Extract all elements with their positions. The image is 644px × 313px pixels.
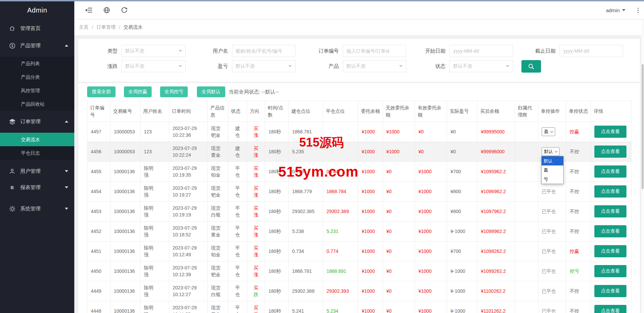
filter-select-updown[interactable]: 默认不选 <box>122 60 186 72</box>
view-detail-button[interactable]: 点击查看 <box>594 126 626 138</box>
cell-profit: ¥-1000 <box>447 281 478 301</box>
filter-select-status[interactable]: 默认不选 <box>449 60 513 72</box>
view-detail-button[interactable]: 点击查看 <box>594 245 626 257</box>
cell-agent <box>515 202 538 221</box>
cell-open: 1868.781 <box>289 261 323 281</box>
chevron-down-icon <box>179 50 182 52</box>
sidebar-item-product-list[interactable]: 产品列表 <box>0 57 74 70</box>
sidebar-item-close-log[interactable]: 平仓日志 <box>0 146 74 160</box>
cell-time: 2023-07-29 10:22:24 <box>169 142 208 162</box>
collapse-sidebar-icon[interactable] <box>85 7 93 13</box>
cell-period: 180秒 <box>265 301 289 313</box>
filter-select-profit[interactable]: 默认不选 <box>232 60 295 72</box>
cell-detail: 点击查看 <box>591 162 632 182</box>
cell-id: 4451 <box>87 241 110 261</box>
breadcrumb-orders[interactable]: 订单管理 <box>97 24 115 30</box>
global-win-button[interactable]: 全局控赢 <box>124 86 152 97</box>
popup-option[interactable]: 盈 <box>542 165 563 175</box>
view-detail-button[interactable]: 点击查看 <box>594 165 626 178</box>
cell-name: 陈明 强 <box>140 162 169 182</box>
cell-invalid: ¥0 <box>383 202 415 221</box>
cell-entrust: ¥1000 <box>358 162 383 182</box>
cell-close: 29302.393 <box>323 281 358 301</box>
cell-invalid: ¥1000 <box>383 142 415 162</box>
popup-option[interactable]: 默认 <box>542 156 563 165</box>
filter-input-order-no[interactable] <box>343 45 406 57</box>
row-control-select[interactable]: 默认 <box>542 147 560 156</box>
cell-entrust: ¥1000 <box>358 142 383 162</box>
view-detail-button[interactable]: 点击查看 <box>594 146 626 158</box>
view-detail-button[interactable]: 点击查看 <box>594 265 626 277</box>
search-all-button[interactable]: 搜索全部 <box>87 86 115 97</box>
view-detail-button[interactable]: 点击查看 <box>594 185 626 198</box>
sidebar-item-orders[interactable]: 订单管理 <box>0 113 74 130</box>
table-row: 445410000136陈明 强2023-07-29 10:19:27现货 钯金… <box>87 182 632 202</box>
sidebar-item-home[interactable]: 管理首页 <box>0 20 74 36</box>
column-header-id: 订单编号 <box>87 101 110 122</box>
cell-account: 10000136 <box>110 301 140 313</box>
cell-profit: ¥-1000 <box>447 221 478 241</box>
cell-direction: 买涨 <box>247 162 265 182</box>
cell-valid: ¥0 <box>415 142 447 162</box>
cell-id: 4453 <box>87 202 110 221</box>
filter-input-end-date[interactable] <box>560 45 623 57</box>
cell-account: 10000136 <box>110 241 140 261</box>
view-detail-button[interactable]: 点击查看 <box>594 205 626 217</box>
filter-label-updown: 涨跌 <box>81 60 118 72</box>
cell-product: 现货 铂金 <box>208 241 228 261</box>
cell-profit: ¥800 <box>447 182 478 202</box>
view-detail-button[interactable]: 点击查看 <box>594 285 626 297</box>
cell-profit: ¥0 <box>447 122 478 142</box>
sidebar-item-reports[interactable]: B报表管理 <box>0 179 74 195</box>
popup-option[interactable]: 亏 <box>542 175 563 184</box>
cell-after: ¥1098262.2 <box>478 241 515 261</box>
sidebar-item-system[interactable]: 系统管理 <box>0 201 74 217</box>
sidebar-item-risk-control[interactable]: 风控管理 <box>0 84 74 97</box>
cell-direction: 买涨 <box>247 142 265 162</box>
cell-id: 4454 <box>87 182 110 202</box>
breadcrumb-home[interactable]: 主页 <box>79 24 88 30</box>
filter-select-type[interactable]: 默认不选 <box>122 45 186 57</box>
view-detail-button[interactable]: 点击查看 <box>594 305 626 313</box>
more-options-icon[interactable] <box>638 7 639 13</box>
column-header-state: 单控状态 <box>566 101 591 122</box>
cell-entrust: ¥1000 <box>358 261 383 281</box>
search-button[interactable] <box>521 60 541 73</box>
orders-icon <box>9 118 16 125</box>
sidebar-item-label: 交易流水 <box>21 137 40 142</box>
sidebar-item-trade-flow[interactable]: 交易流水 <box>0 133 74 146</box>
cell-time: 2023-07-29 10:18:52 <box>169 221 208 241</box>
cell-agent <box>515 162 538 182</box>
cell-direction: 买涨 <box>247 221 265 241</box>
sidebar-item-product-recycle[interactable]: 产品回收站 <box>0 97 74 111</box>
filter-input-start-date[interactable] <box>449 45 513 57</box>
sidebar-item-products[interactable]: $产品管理 <box>0 37 74 54</box>
scrollbar-thumb[interactable] <box>642 64 644 189</box>
filter-select-product[interactable]: 默认不选 <box>343 60 406 72</box>
cell-agent <box>515 122 538 142</box>
cell-detail: 点击查看 <box>591 221 632 241</box>
globe-icon[interactable] <box>103 7 110 14</box>
filter-input-username[interactable] <box>232 45 295 57</box>
cell-account: 10000053 <box>110 142 140 162</box>
cell-open: 0.734 <box>289 241 323 261</box>
global-lose-button[interactable]: 全局控亏 <box>160 86 188 97</box>
window-top-edge <box>0 0 644 1</box>
sidebar-item-product-category[interactable]: 产品分类 <box>0 70 74 84</box>
cell-control: 已平仓 <box>538 182 566 202</box>
view-detail-button[interactable]: 点击查看 <box>594 225 626 237</box>
refresh-icon[interactable] <box>121 7 128 14</box>
cell-name: 陈明 强 <box>140 241 169 261</box>
svg-text:B: B <box>10 185 14 190</box>
row-control-select[interactable]: 盈 <box>542 127 555 136</box>
cell-profit: ¥0 <box>447 142 478 162</box>
cell-time: 2023-07-29 10:12:27 <box>169 281 208 301</box>
cell-period: 180秒 <box>265 221 289 241</box>
column-header-time: 订单时间 <box>169 101 208 122</box>
sidebar-item-users[interactable]: 用户管理 <box>0 163 74 179</box>
global-default-button[interactable]: 全局默认 <box>197 86 225 97</box>
table-panel: 搜索全部全局控赢全局控亏全局默认当前全局状态: --默认-- 订单编号交易账号用… <box>78 83 640 313</box>
table-row: 445010000136陈明 强2023-07-29 10:12:39现货 钯金… <box>87 261 632 281</box>
sidebar-item-label: 产品回收站 <box>21 101 45 107</box>
user-menu[interactable]: admin <box>606 7 625 13</box>
